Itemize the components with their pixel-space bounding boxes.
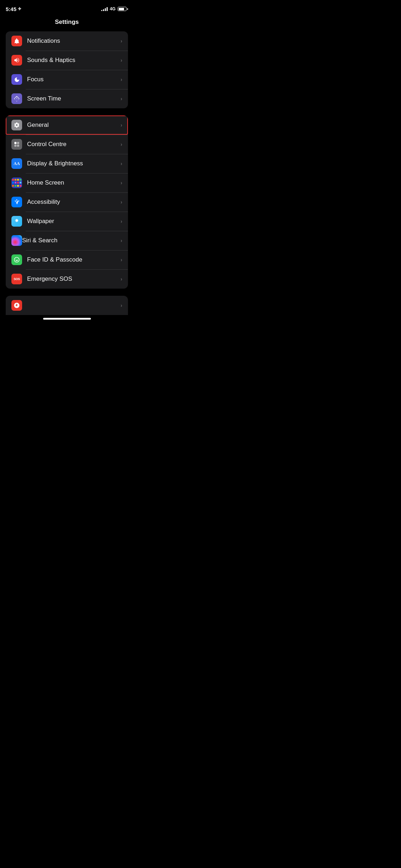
siri-chevron: › xyxy=(120,238,122,243)
general-icon xyxy=(11,120,22,130)
settings-row-faceid[interactable]: Face ID & Passcode › xyxy=(6,250,128,269)
screentime-icon xyxy=(11,93,22,104)
settings-group-1: Notifications › Sounds & Haptics › Focus… xyxy=(6,31,128,108)
homescreen-chevron: › xyxy=(120,180,122,186)
signal-bar-4 xyxy=(107,7,108,11)
accessibility-label: Accessibility xyxy=(27,198,120,206)
sounds-label: Sounds & Haptics xyxy=(27,57,120,64)
battery-tip xyxy=(127,8,128,10)
accessibility-chevron: › xyxy=(120,199,122,205)
signal-strength xyxy=(101,7,108,11)
display-chevron: › xyxy=(120,161,122,166)
svg-rect-0 xyxy=(14,142,16,144)
signal-bar-1 xyxy=(101,10,102,11)
sounds-icon xyxy=(11,55,22,66)
sounds-chevron: › xyxy=(120,57,122,63)
battery-indicator xyxy=(118,7,128,11)
signal-bar-2 xyxy=(103,9,104,11)
sos-label: Emergency SOS xyxy=(27,275,120,283)
settings-row-controlcentre[interactable]: Control Centre › xyxy=(6,135,128,154)
general-chevron: › xyxy=(120,122,122,128)
status-time: 5:45 ✈ xyxy=(6,6,21,12)
notifications-icon xyxy=(11,36,22,46)
focus-chevron: › xyxy=(120,77,122,82)
settings-row-screentime[interactable]: Screen Time › xyxy=(6,89,128,108)
nav-bar: Settings xyxy=(0,16,134,31)
page-title: Settings xyxy=(55,19,79,25)
battery-body xyxy=(118,7,127,11)
battery-fill xyxy=(119,8,124,10)
faceid-icon xyxy=(11,254,22,265)
sos-chevron: › xyxy=(120,276,122,282)
siri-icon xyxy=(11,235,22,246)
location-icon: ✈ xyxy=(18,6,21,11)
settings-row-sounds[interactable]: Sounds & Haptics › xyxy=(6,51,128,70)
svg-rect-2 xyxy=(14,145,16,147)
focus-label: Focus xyxy=(27,76,120,83)
faceid-chevron: › xyxy=(120,257,122,263)
faceid-label: Face ID & Passcode xyxy=(27,256,120,263)
svg-point-4 xyxy=(16,200,17,201)
status-bar: 5:45 ✈ 4G xyxy=(0,0,134,16)
general-label: General xyxy=(27,122,120,129)
expo-icon xyxy=(11,300,22,311)
notifications-chevron: › xyxy=(120,38,122,44)
accessibility-icon xyxy=(11,197,22,207)
wallpaper-chevron: › xyxy=(120,218,122,224)
screentime-chevron: › xyxy=(120,96,122,102)
display-label: Display & Brightness xyxy=(27,160,120,167)
signal-bar-3 xyxy=(105,8,106,11)
settings-row-sos[interactable]: SOS Emergency SOS › xyxy=(6,269,128,289)
settings-row-focus[interactable]: Focus › xyxy=(6,70,128,89)
focus-icon xyxy=(11,74,22,85)
settings-row-display[interactable]: AA Display & Brightness › xyxy=(6,154,128,173)
home-bar xyxy=(43,318,91,320)
homescreen-label: Home Screen xyxy=(27,179,120,186)
svg-rect-3 xyxy=(17,145,19,147)
time-display: 5:45 xyxy=(6,6,16,12)
settings-row-notifications[interactable]: Notifications › xyxy=(6,31,128,51)
homescreen-icon-wrap xyxy=(11,177,22,188)
siri-label: Siri & Search xyxy=(22,237,120,244)
settings-row-accessibility[interactable]: Accessibility › xyxy=(6,192,128,212)
settings-row-general[interactable]: General › xyxy=(6,115,128,135)
svg-point-5 xyxy=(16,220,17,221)
controlcentre-label: Control Centre xyxy=(27,141,120,148)
notifications-label: Notifications xyxy=(27,37,120,45)
settings-row-exposure-notifications[interactable]: › xyxy=(6,296,128,315)
expo-chevron: › xyxy=(120,303,122,308)
settings-row-siri[interactable]: Siri & Search › xyxy=(6,231,128,250)
svg-rect-1 xyxy=(17,142,19,144)
screentime-label: Screen Time xyxy=(27,95,120,102)
sos-icon: SOS xyxy=(11,274,22,284)
home-indicator xyxy=(0,315,134,321)
controlcentre-icon xyxy=(11,139,22,150)
network-type: 4G xyxy=(110,6,115,11)
wallpaper-icon xyxy=(11,216,22,227)
display-icon: AA xyxy=(11,158,22,169)
settings-row-wallpaper[interactable]: Wallpaper › xyxy=(6,212,128,231)
controlcentre-chevron: › xyxy=(120,141,122,147)
status-right: 4G xyxy=(101,6,128,11)
settings-group-2: General › Control Centre › AA Display & … xyxy=(6,115,128,289)
wallpaper-label: Wallpaper xyxy=(27,218,120,225)
settings-row-homescreen[interactable]: Home Screen › xyxy=(6,173,128,192)
